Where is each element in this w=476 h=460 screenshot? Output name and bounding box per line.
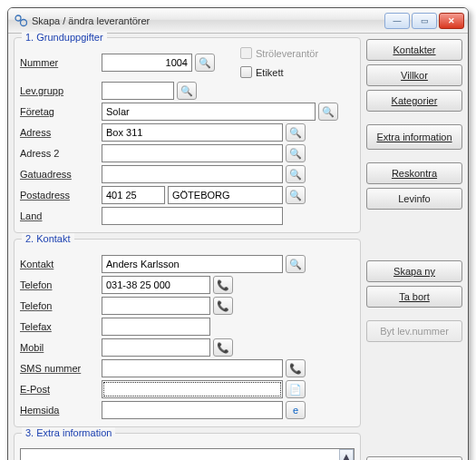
adress-input[interactable]: [102, 123, 283, 142]
maximize-button[interactable]: ▭: [412, 13, 437, 29]
label-adress2: Adress 2: [20, 148, 102, 159]
phone-icon: 📞: [289, 363, 302, 375]
label-levgrupp: Lev.grupp: [20, 85, 102, 96]
titlebar: Skapa / ändra leverantörer — ▭ ✕: [8, 8, 468, 34]
label-land: Land: [20, 210, 102, 221]
etikett-label: Etikett: [256, 67, 284, 78]
label-gatuadress: Gatuadress: [20, 169, 102, 180]
group2-legend: 2. Kontakt: [22, 233, 74, 244]
hemsida-input[interactable]: [102, 401, 283, 419]
chevron-up-icon: ▲: [342, 451, 352, 460]
magnifier-icon: 🔍: [180, 85, 193, 97]
adress2-input[interactable]: [102, 144, 283, 162]
reskontra-button[interactable]: Reskontra: [366, 162, 462, 184]
foretag-lookup-button[interactable]: 🔍: [318, 103, 338, 121]
epost-input[interactable]: [102, 380, 283, 398]
telefon2-input[interactable]: [102, 297, 210, 315]
telefax-input[interactable]: [102, 318, 210, 336]
foretag-input[interactable]: [102, 103, 316, 121]
villkor-button[interactable]: Villkor: [366, 64, 462, 86]
group-kontakt: 2. Kontakt Kontakt 🔍 Telefon 📞 Telefon 📞: [14, 239, 361, 427]
label-sms: SMS nummer: [20, 363, 102, 374]
levinfo-button[interactable]: Levinfo: [366, 188, 462, 210]
postzip-input[interactable]: [102, 186, 165, 204]
telefon1-input[interactable]: [102, 276, 210, 294]
phone-icon: 📞: [217, 279, 229, 291]
magnifier-icon: 🔍: [289, 259, 302, 270]
adress2-lookup-button[interactable]: 🔍: [286, 144, 306, 162]
magnifier-icon: 🔍: [199, 57, 211, 69]
nummer-lookup-button[interactable]: 🔍: [195, 54, 215, 72]
label-hemsida: Hemsida: [20, 405, 102, 416]
label-kontakt: Kontakt: [20, 259, 102, 269]
label-adress: Adress: [20, 127, 102, 138]
etikett-checkbox[interactable]: [240, 66, 252, 78]
mobil-input[interactable]: [102, 338, 210, 357]
hemsida-open-button[interactable]: e: [286, 401, 306, 419]
app-icon: [14, 14, 28, 28]
telefon1-dial-button[interactable]: 📞: [213, 276, 233, 294]
label-postadress: Postadress: [20, 190, 102, 201]
group-grunduppgifter: 1. Grunduppgifter Nummer 🔍 Ströleverantö…: [14, 37, 361, 233]
magnifier-icon: 🔍: [289, 148, 302, 160]
nummer-input[interactable]: [102, 54, 192, 72]
mobil-dial-button[interactable]: 📞: [213, 338, 233, 357]
sms-send-button[interactable]: 📞: [286, 359, 306, 377]
dialog-window: Skapa / ändra leverantörer — ▭ ✕ 1. Grun…: [7, 7, 469, 460]
kontakt-lookup-button[interactable]: 🔍: [286, 255, 306, 273]
sms-input[interactable]: [102, 359, 283, 377]
label-telefon1: Telefon: [20, 279, 102, 290]
extrainfo-button[interactable]: Extra information: [366, 124, 462, 150]
levgrupp-input[interactable]: [102, 82, 174, 100]
tabort-button[interactable]: Ta bort: [366, 286, 462, 308]
epost-send-button[interactable]: 📄: [286, 380, 306, 398]
svg-point-0: [15, 15, 21, 21]
svg-point-1: [21, 19, 27, 25]
stroleverantor-checkbox: [240, 47, 252, 59]
telefon2-dial-button[interactable]: 📞: [213, 297, 233, 315]
etikett-checkbox-row[interactable]: Etikett: [240, 64, 318, 82]
adress-lookup-button[interactable]: 🔍: [286, 123, 306, 142]
postcity-input[interactable]: [168, 186, 283, 204]
label-nummer: Nummer: [20, 57, 102, 68]
kontakt-input[interactable]: [102, 255, 283, 273]
skapany-button[interactable]: Skapa ny: [366, 260, 462, 282]
scroll-up-button[interactable]: ▲: [339, 449, 354, 460]
minimize-button[interactable]: —: [384, 13, 410, 29]
globe-icon: e: [293, 405, 298, 416]
magnifier-icon: 🔍: [289, 169, 302, 181]
phone-icon: 📞: [217, 342, 229, 354]
post-lookup-button[interactable]: 🔍: [286, 186, 306, 204]
label-telefax: Telefax: [20, 321, 102, 332]
kontakter-button[interactable]: Kontakter: [366, 39, 462, 61]
magnifier-icon: 🔍: [289, 190, 302, 201]
gatuadress-input[interactable]: [102, 165, 283, 183]
group-extrainfo: 3. Extra information ▲ ▼: [14, 433, 361, 460]
gatuadress-lookup-button[interactable]: 🔍: [286, 165, 306, 183]
extrainfo-textarea[interactable]: [20, 448, 355, 460]
stroleverantor-checkbox-row: Ströleverantör: [240, 44, 318, 63]
group1-legend: 1. Grunduppgifter: [22, 32, 107, 43]
land-input[interactable]: [102, 207, 283, 225]
mail-icon: 📄: [289, 384, 302, 396]
phone-icon: 📞: [217, 300, 229, 312]
group3-legend: 3. Extra information: [22, 427, 115, 438]
bytlevnummer-button: Byt lev.nummer: [366, 320, 462, 342]
label-mobil: Mobil: [20, 342, 102, 353]
label-epost: E-Post: [20, 384, 102, 395]
levgrupp-lookup-button[interactable]: 🔍: [177, 82, 197, 100]
ok-button[interactable]: Ok: [366, 456, 462, 460]
stroleverantor-label: Ströleverantör: [256, 48, 318, 59]
close-button[interactable]: ✕: [439, 13, 464, 29]
label-telefon2: Telefon: [20, 300, 102, 311]
kategorier-button[interactable]: Kategorier: [366, 90, 462, 112]
magnifier-icon: 🔍: [322, 106, 335, 118]
label-foretag: Företag: [20, 106, 102, 117]
window-title: Skapa / ändra leverantörer: [32, 15, 384, 26]
magnifier-icon: 🔍: [289, 127, 302, 139]
